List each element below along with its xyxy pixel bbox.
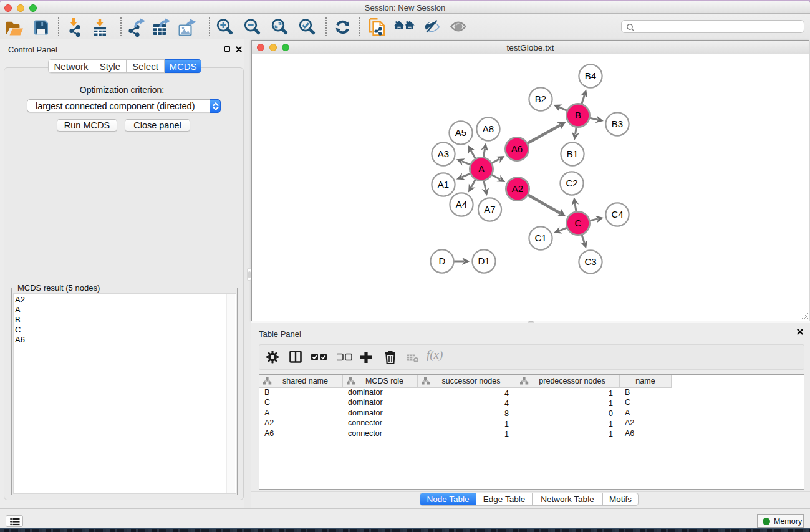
svg-text:A1: A1 <box>438 179 449 190</box>
svg-text:B4: B4 <box>585 70 596 81</box>
svg-text:C3: C3 <box>584 256 596 267</box>
svg-text:A3: A3 <box>438 148 449 159</box>
svg-text:A8: A8 <box>483 123 494 134</box>
svg-text:f(x): f(x) <box>427 349 443 362</box>
svg-text:A7: A7 <box>484 204 495 215</box>
svg-text:C2: C2 <box>566 178 577 188</box>
svg-text:D1: D1 <box>478 256 489 266</box>
svg-text:A4: A4 <box>456 199 467 210</box>
svg-text:A: A <box>478 163 485 174</box>
svg-text:B3: B3 <box>612 118 623 129</box>
svg-text:C4: C4 <box>611 209 623 220</box>
svg-text:D: D <box>439 256 446 266</box>
svg-text:B2: B2 <box>535 94 546 104</box>
svg-text:A5: A5 <box>455 127 466 138</box>
svg-text:C1: C1 <box>534 233 546 243</box>
svg-text:A2: A2 <box>512 183 523 194</box>
svg-text:C: C <box>575 218 582 228</box>
svg-text:B: B <box>575 110 581 120</box>
svg-text:B1: B1 <box>567 148 578 159</box>
svg-text:A6: A6 <box>511 143 523 154</box>
